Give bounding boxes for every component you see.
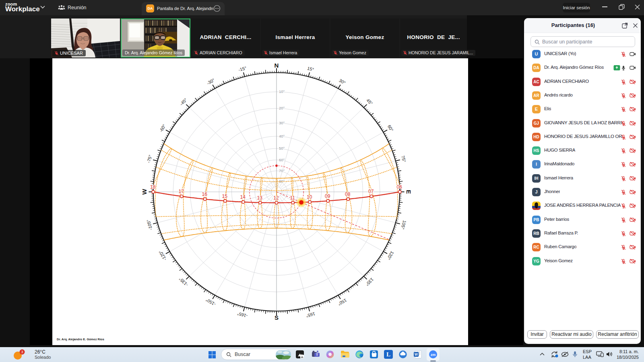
- svg-text:06: 06: [397, 184, 402, 190]
- svg-text:-15°: -15°: [238, 66, 247, 72]
- svg-text:40°: 40°: [279, 134, 285, 138]
- svg-text:150°: 150°: [337, 298, 348, 306]
- svg-text:18: 18: [150, 184, 156, 190]
- svg-text:-60°: -60°: [159, 123, 167, 133]
- svg-text:07: 07: [368, 189, 374, 194]
- svg-text:T: T: [316, 353, 318, 357]
- svg-text:10°: 10°: [279, 89, 285, 94]
- svg-text:-165°: -165°: [237, 311, 248, 319]
- svg-text:20°: 20°: [279, 106, 285, 110]
- svg-text:60°: 60°: [387, 124, 394, 132]
- svg-text:15°: 15°: [307, 66, 314, 72]
- svg-text:3: 3: [21, 350, 23, 354]
- svg-text:120°: 120°: [386, 250, 395, 261]
- svg-text:60°: 60°: [279, 158, 285, 162]
- svg-text:11: 11: [290, 195, 295, 201]
- svg-text:E: E: [405, 190, 412, 194]
- svg-text:80°: 80°: [279, 179, 285, 183]
- svg-text:105°: 105°: [400, 220, 407, 230]
- svg-text:08: 08: [345, 191, 351, 197]
- svg-text:-120°: -120°: [158, 250, 167, 261]
- svg-text:N: N: [275, 62, 279, 69]
- svg-text:-105°: -105°: [146, 219, 153, 231]
- svg-text:S: S: [275, 314, 279, 321]
- svg-text:12: 12: [273, 195, 279, 201]
- svg-text:75°: 75°: [400, 155, 407, 162]
- svg-text:-75°: -75°: [146, 154, 153, 164]
- svg-text:10: 10: [307, 194, 312, 200]
- svg-text:15: 15: [222, 193, 228, 199]
- svg-text:16: 16: [202, 191, 208, 197]
- svg-text:30°: 30°: [338, 78, 346, 85]
- svg-text:zm: zm: [431, 353, 436, 357]
- svg-text:-150°: -150°: [205, 297, 217, 307]
- svg-text:70°: 70°: [279, 169, 285, 173]
- svg-text:50°: 50°: [279, 146, 285, 150]
- svg-text:165°: 165°: [305, 311, 316, 318]
- svg-text:17: 17: [179, 189, 184, 194]
- svg-text:30°: 30°: [279, 121, 285, 125]
- svg-text:-30°: -30°: [206, 78, 216, 86]
- svg-text:09: 09: [325, 193, 330, 199]
- svg-text:14: 14: [240, 194, 246, 200]
- svg-text:W: W: [141, 189, 148, 195]
- svg-text:13: 13: [257, 195, 263, 201]
